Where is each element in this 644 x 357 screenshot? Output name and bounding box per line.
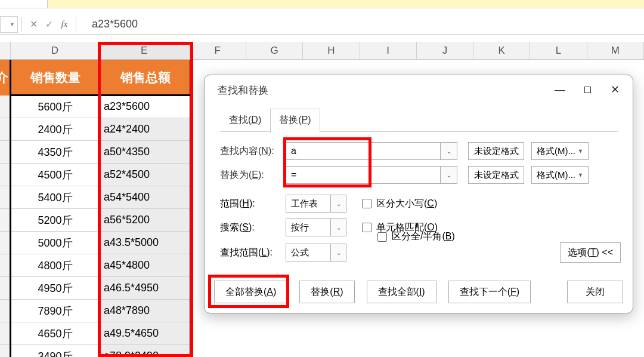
cell-e[interactable]: a78.9*3490 <box>100 345 191 357</box>
column-header-g[interactable]: G <box>246 42 303 59</box>
table-row: 3490斤 a78.9*3490 <box>0 345 644 357</box>
cell-d[interactable]: 4350斤 <box>11 141 100 164</box>
chevron-down-icon: ▼ <box>578 167 583 183</box>
cell-e[interactable]: a52*4500 <box>100 164 191 186</box>
lookin-select[interactable]: 公式 <box>286 244 331 261</box>
find-row: 查找内容(N): ⌄ 未设定格式 格式(M)...▼ <box>220 142 589 160</box>
separator <box>21 17 22 32</box>
cell-e[interactable]: a56*5200 <box>100 209 191 232</box>
options-toggle-button[interactable]: 选项(T) << <box>560 242 621 263</box>
checkbox-icon <box>362 199 371 208</box>
confirm-icon[interactable]: ✓ <box>41 19 57 30</box>
column-header-i[interactable]: I <box>360 42 417 59</box>
maximize-button[interactable] <box>574 80 600 99</box>
cell-e[interactable]: a48*7890 <box>100 300 191 322</box>
formula-bar: ▼ ✕ ✓ fx a23*5600 <box>0 14 644 35</box>
tab-replace-label: 替换(P) <box>279 115 311 125</box>
close-dialog-button[interactable]: 关闭 <box>567 281 623 303</box>
tab-find[interactable]: 查找(D) <box>220 109 270 133</box>
replace-row: 替换为(E): ⌄ 未设定格式 格式(M)...▼ <box>220 166 589 184</box>
cell-d[interactable]: 5000斤 <box>11 232 100 254</box>
column-header-l[interactable]: L <box>530 42 587 59</box>
dialog-tabs: 查找(D) 替换(P) <box>220 109 320 133</box>
cancel-icon[interactable]: ✕ <box>26 19 41 30</box>
replace-input[interactable] <box>286 166 441 184</box>
cell-e[interactable]: a54*5400 <box>100 186 191 209</box>
find-input[interactable] <box>286 142 441 160</box>
cell-d[interactable]: 4800斤 <box>11 254 100 277</box>
minimize-button[interactable]: — <box>547 80 573 99</box>
format-button-label: 格式(M)... <box>537 167 575 183</box>
column-header-h[interactable]: H <box>303 42 360 59</box>
search-select[interactable]: 按行 <box>286 218 331 236</box>
match-width-checkbox[interactable]: 区分全/半角(B) <box>377 230 455 243</box>
header-sales-total: 销售总额 <box>100 60 191 96</box>
format-button-label: 格式(M)... <box>537 143 575 159</box>
tab-replace[interactable]: 替换(P) <box>270 109 320 133</box>
checkbox-icon <box>377 232 387 242</box>
cell-d[interactable]: 7890斤 <box>11 300 100 322</box>
info-bar-tab <box>0 0 48 8</box>
cell-d[interactable]: 5400斤 <box>11 186 100 209</box>
dialog-title: 查找和替换 <box>218 84 268 97</box>
column-header-k[interactable]: K <box>473 42 530 59</box>
match-case-checkbox[interactable]: 区分大小写(C) <box>362 198 437 210</box>
match-width-label: 区分全/半角(B) <box>392 230 455 243</box>
cell-d[interactable]: 4950斤 <box>11 277 100 300</box>
cell-e[interactable]: a45*4800 <box>100 254 191 277</box>
cell-e[interactable]: a50*4350 <box>100 141 191 164</box>
column-header-d[interactable]: D <box>11 42 100 59</box>
name-box[interactable]: ▼ <box>0 16 18 33</box>
replace-one-button[interactable]: 替换(R) <box>299 281 354 303</box>
chevron-down-icon: ▼ <box>10 21 15 27</box>
find-format-preview: 未设定格式 <box>468 142 524 160</box>
find-next-button[interactable]: 查找下一个(F) <box>448 281 531 303</box>
replace-dropdown[interactable]: ⌄ <box>441 166 457 184</box>
fx-icon[interactable]: fx <box>57 19 72 29</box>
replace-label: 替换为(E): <box>220 169 286 181</box>
lookin-dropdown[interactable]: ⌄ <box>331 244 346 261</box>
column-header-e[interactable]: E <box>100 42 190 59</box>
replace-format-preview: 未设定格式 <box>468 166 524 184</box>
search-dropdown[interactable]: ⌄ <box>331 218 346 236</box>
info-bar <box>0 0 644 8</box>
find-format-button[interactable]: 格式(M)...▼ <box>531 142 589 160</box>
cell-d[interactable]: 5600斤 <box>11 96 100 118</box>
find-dropdown[interactable]: ⌄ <box>441 142 457 160</box>
cell-e[interactable]: a23*5600 <box>100 96 191 118</box>
match-case-label: 区分大小写(C) <box>376 198 437 210</box>
scope-dropdown[interactable]: ⌄ <box>331 195 346 213</box>
tab-find-label: 查找(D) <box>229 115 261 125</box>
lookin-label: 查找范围(L): <box>220 247 286 259</box>
separator <box>76 17 76 32</box>
replace-all-button[interactable]: 全部替换(A) <box>214 281 287 303</box>
column-headers: D E F G H I J K L M <box>0 42 644 60</box>
close-button[interactable]: ✕ <box>602 80 628 99</box>
column-header-f[interactable]: F <box>190 42 246 59</box>
cell-e[interactable]: a24*2400 <box>100 118 191 141</box>
cell-d[interactable]: 2400斤 <box>11 118 100 141</box>
cell-e[interactable]: a46.5*4950 <box>100 277 191 300</box>
table-row: 4650斤 a49.5*4650 <box>0 322 644 345</box>
chevron-down-icon: ▼ <box>578 143 583 159</box>
find-label: 查找内容(N): <box>220 145 286 158</box>
find-all-button[interactable]: 查找全部(I) <box>367 281 436 303</box>
cell-d[interactable]: 3490斤 <box>11 345 100 357</box>
find-replace-dialog: 查找和替换 — ✕ 查找(D) 替换(P) 查找内容(N): ⌄ 未设定格式 格… <box>204 75 633 313</box>
scope-row: 范围(H): 工作表 ⌄ 区分大小写(C) <box>220 195 437 213</box>
cell-e[interactable]: a49.5*4650 <box>100 322 191 345</box>
cell-d[interactable]: 5200斤 <box>11 209 100 232</box>
cell-d[interactable]: 4500斤 <box>11 164 100 186</box>
dialog-buttons: 全部替换(A) 替换(R) 查找全部(I) 查找下一个(F) 关闭 <box>214 281 623 303</box>
lookin-row: 查找范围(L): 公式 ⌄ <box>220 244 346 261</box>
scope-select[interactable]: 工作表 <box>286 195 331 213</box>
replace-format-button[interactable]: 格式(M)...▼ <box>531 166 589 184</box>
cell-d[interactable]: 4650斤 <box>11 322 100 345</box>
formula-text[interactable]: a23*5600 <box>92 18 138 30</box>
column-header-j[interactable]: J <box>417 42 473 59</box>
cell-e[interactable]: a43.5*5000 <box>100 232 191 254</box>
column-header-m[interactable]: M <box>587 42 644 59</box>
select-all-corner[interactable] <box>0 42 11 59</box>
scope-label: 范围(H): <box>220 198 286 210</box>
search-label: 搜索(S): <box>220 221 286 234</box>
